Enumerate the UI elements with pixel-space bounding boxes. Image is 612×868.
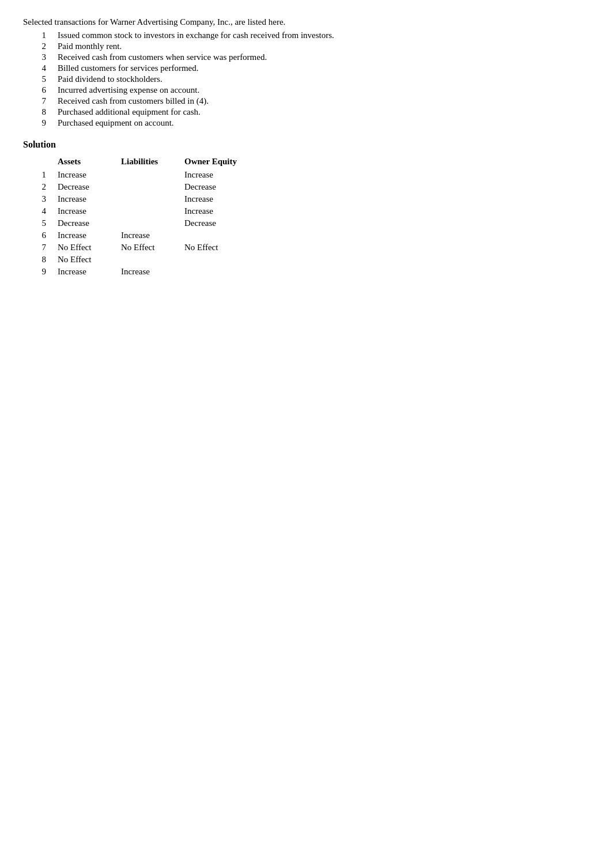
transaction-item: 4Billed customers for services performed… xyxy=(23,63,589,73)
row-num: 9 xyxy=(40,266,58,278)
transaction-desc: Purchased additional equipment for cash. xyxy=(58,107,589,117)
row-liabilities xyxy=(121,181,184,193)
transaction-desc: Received cash from customers when servic… xyxy=(58,52,589,62)
transaction-num: 2 xyxy=(23,41,46,51)
row-assets: No Effect xyxy=(58,254,121,266)
row-equity xyxy=(184,229,254,241)
row-liabilities: Increase xyxy=(121,266,184,278)
transaction-item: 7Received cash from customers billed in … xyxy=(23,96,589,106)
row-equity: Increase xyxy=(184,205,254,217)
row-equity: Decrease xyxy=(184,181,254,193)
row-assets: Decrease xyxy=(58,181,121,193)
row-liabilities xyxy=(121,169,184,181)
transaction-num: 8 xyxy=(23,107,46,117)
table-row: 2 Decrease Decrease xyxy=(40,181,254,193)
transaction-item: 3Received cash from customers when servi… xyxy=(23,52,589,62)
transaction-item: 8Purchased additional equipment for cash… xyxy=(23,107,589,117)
row-assets: Increase xyxy=(58,205,121,217)
row-num: 5 xyxy=(40,217,58,229)
transaction-desc: Received cash from customers billed in (… xyxy=(58,96,589,106)
row-num: 7 xyxy=(40,241,58,254)
row-liabilities xyxy=(121,205,184,217)
table-row: 1 Increase Increase xyxy=(40,169,254,181)
row-equity: Increase xyxy=(184,193,254,205)
row-equity: No Effect xyxy=(184,241,254,254)
row-num: 2 xyxy=(40,181,58,193)
row-num: 1 xyxy=(40,169,58,181)
row-liabilities xyxy=(121,193,184,205)
transaction-item: 6Incurred advertising expense on account… xyxy=(23,85,589,95)
row-equity: Increase xyxy=(184,169,254,181)
row-assets: Increase xyxy=(58,193,121,205)
table-row: 4 Increase Increase xyxy=(40,205,254,217)
row-assets: No Effect xyxy=(58,241,121,254)
row-num: 4 xyxy=(40,205,58,217)
transaction-num: 5 xyxy=(23,74,46,84)
table-row: 6 Increase Increase xyxy=(40,229,254,241)
col-assets-header: Assets xyxy=(58,156,121,169)
transaction-num: 7 xyxy=(23,96,46,106)
transaction-item: 2Paid monthly rent. xyxy=(23,41,589,51)
col-num xyxy=(40,156,58,169)
table-row: 7 No Effect No Effect No Effect xyxy=(40,241,254,254)
transaction-item: 1Issued common stock to investors in exc… xyxy=(23,31,589,40)
row-assets: Increase xyxy=(58,266,121,278)
table-row: 9 Increase Increase xyxy=(40,266,254,278)
row-assets: Decrease xyxy=(58,217,121,229)
row-liabilities: Increase xyxy=(121,229,184,241)
row-liabilities xyxy=(121,217,184,229)
table-row: 8 No Effect xyxy=(40,254,254,266)
row-liabilities: No Effect xyxy=(121,241,184,254)
transaction-desc: Issued common stock to investors in exch… xyxy=(58,31,589,40)
solution-heading: Solution xyxy=(23,139,589,150)
transaction-desc: Billed customers for services performed. xyxy=(58,63,589,73)
row-num: 8 xyxy=(40,254,58,266)
transaction-num: 1 xyxy=(23,31,46,40)
row-equity xyxy=(184,254,254,266)
row-assets: Increase xyxy=(58,169,121,181)
row-liabilities xyxy=(121,254,184,266)
transactions-list: 1Issued common stock to investors in exc… xyxy=(23,31,589,128)
transaction-item: 5Paid dividend to stockholders. xyxy=(23,74,589,84)
row-equity: Decrease xyxy=(184,217,254,229)
transaction-desc: Paid monthly rent. xyxy=(58,41,589,51)
table-row: 5 Decrease Decrease xyxy=(40,217,254,229)
transaction-num: 6 xyxy=(23,85,46,95)
col-liabilities-header: Liabilities xyxy=(121,156,184,169)
transaction-num: 9 xyxy=(23,118,46,128)
row-num: 6 xyxy=(40,229,58,241)
transaction-desc: Purchased equipment on account. xyxy=(58,118,589,128)
transaction-num: 3 xyxy=(23,52,46,62)
row-assets: Increase xyxy=(58,229,121,241)
transaction-num: 4 xyxy=(23,63,46,73)
row-num: 3 xyxy=(40,193,58,205)
table-header-row: Assets Liabilities Owner Equity xyxy=(40,156,254,169)
transaction-item: 9Purchased equipment on account. xyxy=(23,118,589,128)
col-equity-header: Owner Equity xyxy=(184,156,254,169)
solution-section: Solution Assets Liabilities Owner Equity… xyxy=(23,139,589,278)
transaction-desc: Incurred advertising expense on account. xyxy=(58,85,589,95)
solution-table: Assets Liabilities Owner Equity 1 Increa… xyxy=(40,156,254,278)
table-row: 3 Increase Increase xyxy=(40,193,254,205)
transaction-desc: Paid dividend to stockholders. xyxy=(58,74,589,84)
row-equity xyxy=(184,266,254,278)
intro-text: Selected transactions for Warner Adverti… xyxy=(23,17,589,27)
